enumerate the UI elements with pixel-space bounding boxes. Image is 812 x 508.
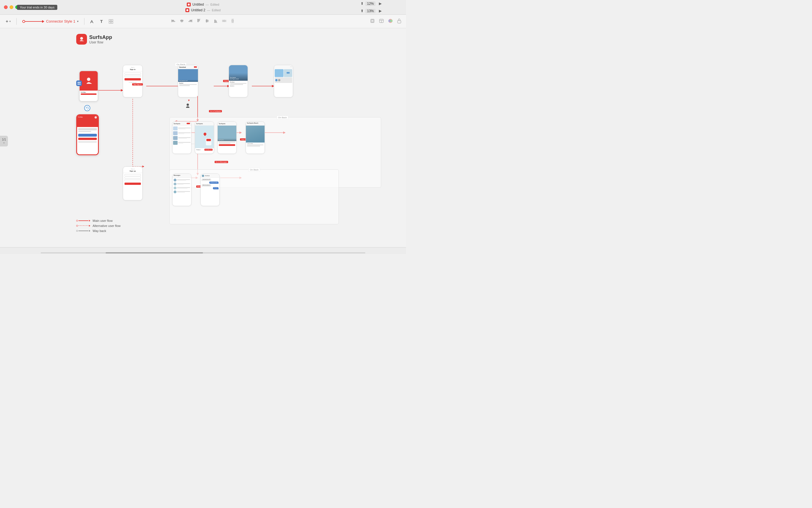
svg-point-0 [188,3,190,5]
trial-banner-text: Your trial ends in 30 days [20,6,54,9]
phone-surfspots-map: Surfspots Surfspot New Account [195,121,214,154]
phone-surfspots-list: Surfspots [172,121,192,154]
phone-surfspots-detail: Surfspots Surfspots [217,121,237,154]
svg-rect-14 [190,20,192,21]
distribute-v-button[interactable] [229,17,236,25]
tabs-area: Untitled — Edited Untitled 2 — Edited [183,2,223,13]
label-go-surfspots: Go to Surfspots [209,110,222,112]
tab-untitled[interactable]: Untitled — Edited [185,2,221,7]
messages-section [169,169,339,224]
inspect-button[interactable] [378,17,385,26]
svg-rect-20 [206,19,207,22]
phone-article: The hottestSurf Spots rated Best Spots B… [229,65,248,97]
svg-point-40 [80,37,83,40]
logo-text: SurfsApp User flow [89,34,112,44]
upload-btn1[interactable]: ⬆ [361,1,364,6]
trial-banner: Your trial ends in 30 days [17,5,57,10]
tab2-icon [186,8,190,12]
app-icon-small [76,80,82,86]
svg-point-56 [87,78,90,81]
color-button[interactable] [387,17,394,26]
svg-rect-32 [371,20,373,22]
svg-rect-4 [111,19,113,21]
statusbar [0,247,406,254]
legend-alt-label: Alternative user flow [93,224,121,227]
right-toolbar [369,17,403,26]
app-subtitle: User flow [89,40,112,44]
play-btn2[interactable]: ▶ [377,8,383,14]
svg-rect-30 [232,20,234,22]
legend-main-flow: Main user flow [76,219,121,222]
svg-rect-6 [111,22,113,24]
legend-alt-flow: Alternative user flow [76,224,121,227]
align-area [170,17,236,25]
scroll-thumb [106,252,203,253]
zoom-row2: ⬆ 13% ▶ [361,8,383,14]
legend: Main user flow Alternative user flow Way… [76,219,121,234]
grid-tool-button[interactable] [107,18,115,25]
phone-messages-list: Messages [172,174,192,206]
connector-label: Connector Style 1 [46,19,75,24]
tab2-status: Edited [212,8,220,12]
align-left-button[interactable] [170,17,177,25]
phone-surfspots-fav: Surfspots Beach Location details [246,121,265,154]
svg-rect-15 [189,21,192,22]
newsfeed-arrow-down: ▼ [188,99,190,102]
conn-start-dot [22,20,25,23]
page-number: 1/1 [2,138,6,141]
legend-back-label: Way back [93,229,106,232]
flow-container: SurfsApp User flow [76,34,387,237]
path-tool-button[interactable] [88,18,96,25]
layers-button[interactable] [369,17,376,26]
text-tool-button[interactable]: T [98,18,105,25]
connector-style-button[interactable]: Connector Style 1 ▾ [20,18,80,25]
svg-rect-60 [79,84,80,85]
svg-rect-39 [398,20,401,23]
upload-btn2[interactable]: ⬆ [361,9,364,13]
lock-button[interactable] [396,17,403,26]
phone-signup: Sign up Sign up [123,167,143,200]
tab1-status: Edited [210,3,219,6]
phone-splash: SurfsApp [79,71,98,101]
app-name: SurfsApp [89,34,112,40]
app-logo-icon [76,34,87,45]
svg-rect-27 [223,20,225,22]
svg-rect-23 [214,20,215,23]
phone-social: ••• [274,65,293,97]
align-middle-v-button[interactable] [204,17,211,25]
page-indicator: 1/1 ▾ [0,136,8,146]
svg-point-61 [187,103,189,106]
svg-rect-3 [109,19,111,21]
sync-icon [84,105,90,111]
logo-area: SurfsApp User flow [76,34,112,45]
legend-main-label: Main user flow [93,219,113,222]
play-btn1[interactable]: ▶ [377,1,383,7]
traffic-lights [0,5,19,9]
align-center-h-button[interactable] [178,17,186,25]
svg-rect-11 [180,20,183,21]
section-label-messages: On Back [248,168,260,172]
tab2-name: Untitled 2 [191,8,206,12]
conn-line [25,21,42,22]
section-label-surfspots: On Back [277,116,288,119]
align-bottom-button[interactable] [212,17,219,25]
distribute-h-button[interactable] [220,17,228,25]
svg-rect-17 [198,19,199,22]
page-chevron-icon: ▾ [3,142,4,144]
align-top-button[interactable] [195,17,202,25]
canvas[interactable]: 1/1 ▾ SurfsApp User flow [0,28,406,254]
svg-rect-57 [78,82,79,83]
tab2-separator: — [207,8,210,12]
legend-way-back: Way back [76,229,121,232]
zoom-row1: ⬆ 12% ▶ [361,1,383,7]
align-right-button[interactable] [187,17,194,25]
svg-rect-18 [199,19,200,21]
toolbar: + ▾ Connector Style 1 ▾ T [0,15,406,28]
minimize-button[interactable] [10,5,13,9]
tab-untitled2[interactable]: Untitled 2 — Edited [183,8,223,13]
svg-rect-21 [207,20,208,22]
zoom2-value: 13% [365,9,375,13]
close-button[interactable] [4,5,8,9]
label-tap-signin: Tap Sign in [132,83,143,86]
add-button[interactable]: + ▾ [3,18,13,25]
